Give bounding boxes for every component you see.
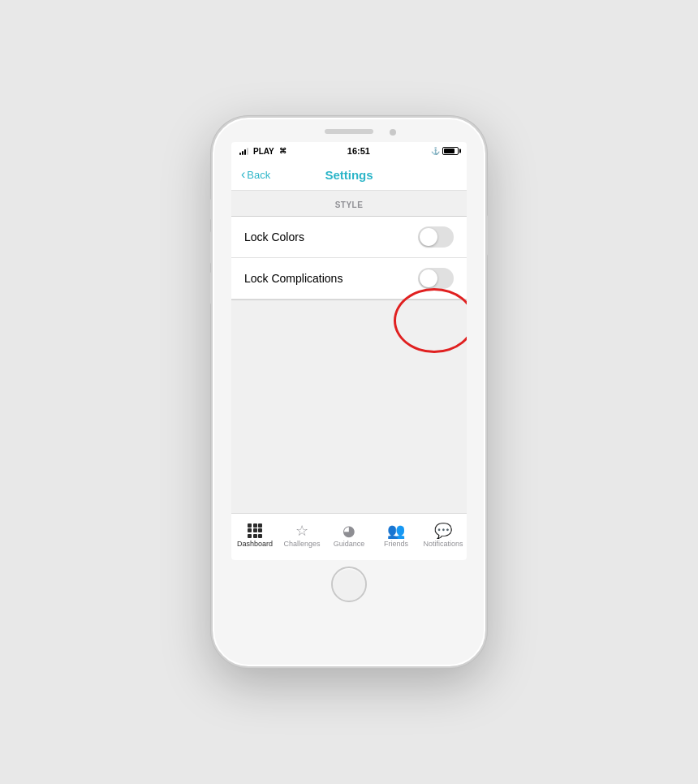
content-area: STYLE Lock Colors Lock Complications — [231, 191, 467, 513]
back-chevron-icon: ‹ — [241, 167, 245, 182]
toggle-knob-2 — [420, 269, 437, 287]
page-title: Settings — [325, 168, 373, 182]
lock-colors-row: Lock Colors — [231, 217, 467, 258]
guidance-icon: ◕ — [343, 523, 355, 538]
battery-icon — [442, 147, 459, 155]
section-header: STYLE — [231, 191, 467, 216]
tab-friends[interactable]: 👥 Friends — [376, 523, 416, 548]
tab-dashboard-label: Dashboard — [237, 540, 273, 548]
lock-colors-toggle[interactable] — [418, 226, 454, 248]
notifications-icon: 💬 — [434, 523, 452, 538]
tab-notifications-label: Notifications — [423, 540, 463, 548]
phone-screen: PLAY ⌘ 16:51 ⚓ ‹ Back Settings STYLE — [231, 142, 467, 560]
front-camera — [390, 129, 396, 136]
tab-friends-label: Friends — [384, 540, 408, 548]
tab-challenges[interactable]: ☆ Challenges — [282, 523, 322, 548]
status-right: ⚓ — [431, 147, 459, 155]
status-left: PLAY ⌘ — [239, 147, 287, 156]
lock-complications-label: Lock Complications — [244, 272, 343, 285]
volume-down-button — [210, 272, 213, 304]
tab-dashboard[interactable]: Dashboard — [235, 523, 275, 548]
dashboard-icon — [248, 523, 262, 538]
volume-up-button — [210, 231, 213, 264]
carrier-label: PLAY — [253, 147, 274, 156]
home-button[interactable] — [331, 566, 367, 602]
tab-bar: Dashboard ☆ Challenges ◕ Guidance 👥 Frie… — [231, 513, 467, 560]
tab-notifications[interactable]: 💬 Notifications — [423, 523, 463, 548]
toggle-knob — [420, 228, 437, 246]
signal-icon — [239, 147, 248, 155]
challenges-icon: ☆ — [295, 523, 308, 538]
back-button[interactable]: ‹ Back — [241, 168, 270, 182]
settings-list: Lock Colors Lock Complications — [231, 216, 467, 300]
lock-complications-toggle[interactable] — [418, 268, 454, 289]
clock: 16:51 — [347, 146, 370, 156]
phone-speaker — [325, 129, 373, 134]
phone-frame: PLAY ⌘ 16:51 ⚓ ‹ Back Settings STYLE — [211, 116, 487, 668]
back-label: Back — [247, 169, 270, 181]
friends-icon: 👥 — [387, 523, 405, 538]
mute-button — [210, 199, 213, 220]
wifi-icon: ⌘ — [279, 147, 287, 155]
power-button — [485, 215, 488, 256]
tab-challenges-label: Challenges — [283, 540, 320, 548]
tab-guidance[interactable]: ◕ Guidance — [329, 523, 369, 548]
lock-complications-row: Lock Complications — [231, 258, 467, 299]
tab-guidance-label: Guidance — [334, 540, 365, 548]
lock-colors-label: Lock Colors — [244, 230, 304, 243]
alarm-icon: ⚓ — [431, 147, 440, 155]
status-bar: PLAY ⌘ 16:51 ⚓ — [231, 142, 467, 160]
navigation-bar: ‹ Back Settings — [231, 160, 467, 191]
